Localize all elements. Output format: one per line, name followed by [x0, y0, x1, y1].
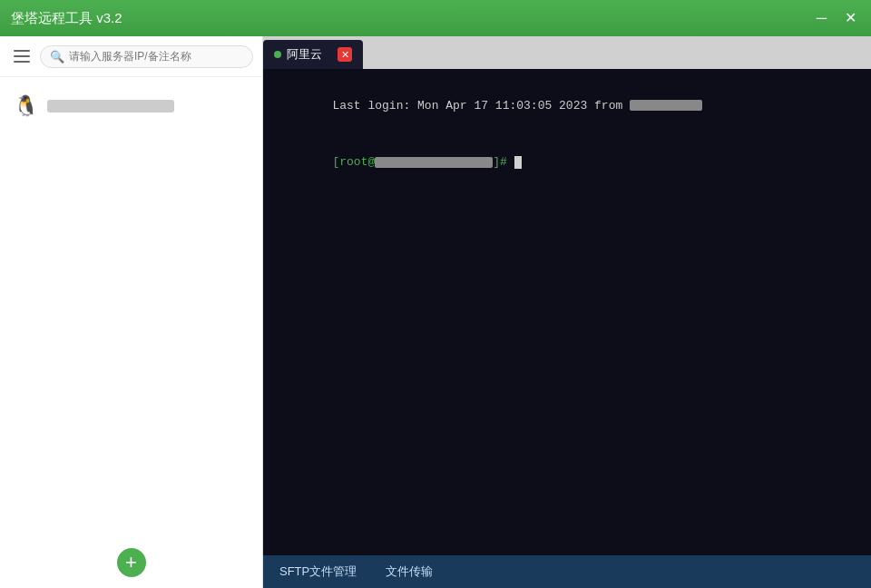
tab-close-button[interactable]: ✕: [338, 47, 352, 62]
tab-bar: 阿里云 ✕: [263, 36, 871, 69]
prompt-user: [root@: [332, 155, 375, 169]
login-ip-blurred: [630, 100, 702, 111]
server-list-item[interactable]: 🐧: [0, 84, 262, 128]
sidebar: 🔍 🐧 +: [0, 36, 263, 588]
server-name-blurred: [47, 100, 174, 113]
search-icon: 🔍: [50, 50, 64, 64]
file-transfer-button[interactable]: 文件传输: [380, 560, 438, 583]
window-controls: ─ ✕: [813, 9, 860, 27]
menu-line-2: [14, 55, 30, 57]
menu-line-1: [14, 50, 30, 52]
search-box: 🔍: [40, 45, 253, 68]
prompt-suffix: ]#: [493, 155, 514, 169]
terminal-area: 阿里云 ✕ Last login: Mon Apr 17 11:03:05 20…: [263, 36, 871, 588]
terminal-content[interactable]: Last login: Mon Apr 17 11:03:05 2023 fro…: [263, 69, 871, 555]
search-input[interactable]: [69, 50, 243, 63]
server-list: 🐧: [0, 77, 262, 541]
menu-icon[interactable]: [9, 44, 34, 69]
sidebar-toolbar: 🔍: [0, 36, 262, 77]
terminal-cursor: [514, 156, 522, 169]
linux-icon: 🐧: [14, 94, 38, 118]
minimize-button[interactable]: ─: [813, 9, 830, 27]
titlebar: 堡塔远程工具 v3.2 ─ ✕: [0, 0, 871, 36]
add-button-container: +: [0, 541, 262, 588]
tab-label: 阿里云: [287, 46, 332, 63]
close-button[interactable]: ✕: [841, 9, 860, 27]
login-text: Last login: Mon Apr 17 11:03:05 2023 fro…: [332, 99, 630, 113]
sftp-button[interactable]: SFTP文件管理: [274, 560, 362, 583]
terminal-line-prompt: [root@ ]#: [276, 134, 858, 191]
prompt-host-blurred: [375, 157, 493, 168]
add-server-button[interactable]: +: [117, 548, 146, 577]
menu-line-3: [14, 61, 30, 63]
terminal-bottom-bar: SFTP文件管理 文件传输: [263, 555, 871, 588]
tab-status-dot: [274, 51, 281, 58]
main-layout: 🔍 🐧 + 阿里云 ✕: [0, 36, 871, 588]
app-title: 堡塔远程工具 v3.2: [11, 10, 122, 27]
terminal-line-login: Last login: Mon Apr 17 11:03:05 2023 fro…: [276, 78, 858, 134]
terminal-tab[interactable]: 阿里云 ✕: [263, 40, 363, 69]
server-os-icon: 🐧: [13, 93, 38, 119]
